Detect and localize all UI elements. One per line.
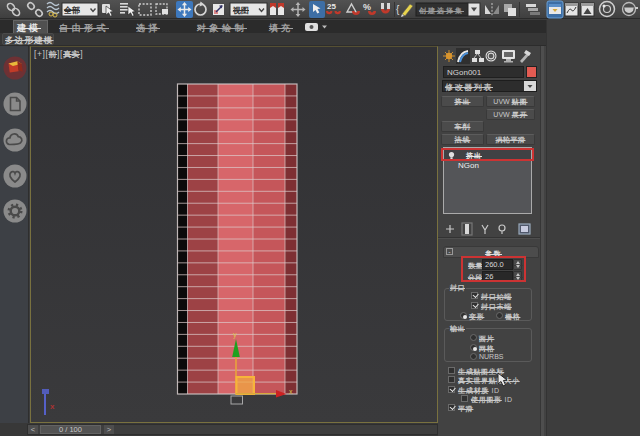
svg-text:y: y <box>233 331 237 339</box>
svg-text:%: % <box>363 2 371 12</box>
svg-text:25: 25 <box>327 2 336 11</box>
svg-text:x: x <box>50 402 55 411</box>
svg-text:x: x <box>289 388 293 395</box>
svg-text:{: { <box>396 4 400 15</box>
